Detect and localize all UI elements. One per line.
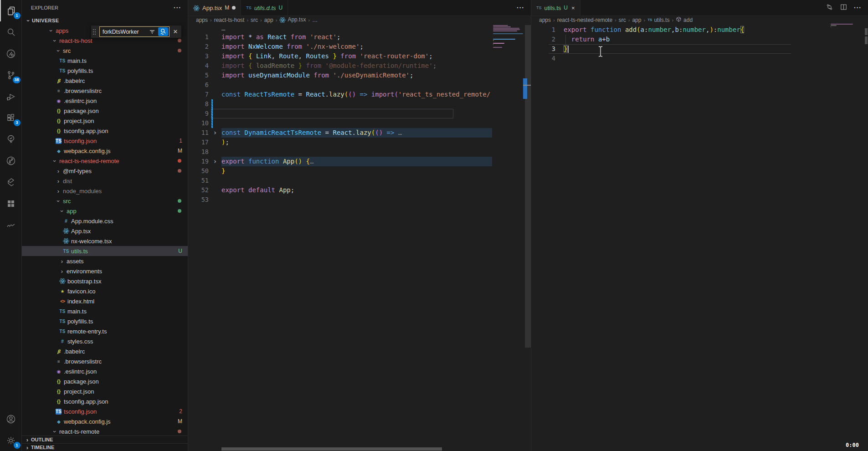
explorer-icon[interactable]: 1 bbox=[0, 0, 22, 21]
code-editor-app-tsx[interactable]: …1import * as React from 'react';2import… bbox=[188, 25, 492, 205]
breadcrumb-item-utils.ts[interactable]: TSutils.ts bbox=[647, 17, 669, 23]
tree-file-.babelrc[interactable]: β.babelrc bbox=[22, 346, 188, 356]
section-header-timeline[interactable]: ›TIMELINE bbox=[22, 443, 188, 451]
tree-file-polyfills.ts[interactable]: TSpolyfills.ts bbox=[22, 66, 188, 76]
tree-file-tsconfig.app.json[interactable]: {}tsconfig.app.json bbox=[22, 126, 188, 136]
accounts-icon[interactable] bbox=[0, 408, 22, 430]
close-icon[interactable]: ✕ bbox=[171, 28, 180, 35]
code-line-4[interactable]: 4 bbox=[531, 54, 830, 63]
code-line-17[interactable]: 17); bbox=[188, 138, 492, 147]
code-line-50[interactable]: 50} bbox=[188, 166, 492, 176]
tree-folder-@mf-types[interactable]: ›@mf-types bbox=[22, 166, 188, 176]
folding-collapsed-icon[interactable]: › bbox=[209, 128, 221, 138]
tree-file-polyfills.ts[interactable]: TSpolyfills.ts bbox=[22, 316, 188, 326]
open-changes-icon[interactable] bbox=[826, 3, 833, 12]
code-line-10[interactable]: 10 bbox=[188, 118, 492, 128]
code-line-52[interactable]: 52export default App; bbox=[188, 185, 492, 195]
minimap[interactable] bbox=[830, 24, 864, 447]
workspace-root-universe[interactable]: › UNIVERSE bbox=[22, 15, 188, 26]
tree-file-utils.ts[interactable]: TSutils.tsU bbox=[22, 246, 188, 256]
folding-collapsed-icon[interactable]: › bbox=[209, 157, 221, 166]
breadcrumb-item-app.tsx[interactable]: App.tsx bbox=[279, 16, 306, 23]
tree-file-.babelrc[interactable]: β.babelrc bbox=[22, 76, 188, 86]
tree-file-project.json[interactable]: {}project.json bbox=[22, 386, 188, 396]
split-editor-icon[interactable] bbox=[840, 3, 847, 12]
settings-icon[interactable]: 1 bbox=[0, 430, 22, 451]
code-line-x[interactable]: … bbox=[188, 25, 492, 32]
tree-file-main.ts[interactable]: TSmain.ts bbox=[22, 56, 188, 66]
fuzzy-search-toggle-button[interactable] bbox=[158, 27, 168, 36]
code-line-3[interactable]: 3import { Link, Route, Routes } from 're… bbox=[188, 51, 492, 61]
tree-file-app.tsx[interactable]: App.tsx bbox=[22, 226, 188, 236]
code-line-18[interactable]: 18 bbox=[188, 147, 492, 157]
breadcrumb-item-src[interactable]: src bbox=[251, 17, 258, 23]
tab-utils.ts[interactable]: TSutils.tsU× bbox=[531, 0, 580, 15]
tree-folder-react-ts-nested-remote[interactable]: ›react-ts-nested-remote bbox=[22, 156, 188, 166]
tree-file-main.ts[interactable]: TSmain.ts bbox=[22, 306, 188, 316]
tree-file-tsconfig.app.json[interactable]: {}tsconfig.app.json bbox=[22, 396, 188, 406]
close-icon[interactable]: × bbox=[571, 5, 575, 11]
tree-file-package.json[interactable]: {}package.json bbox=[22, 106, 188, 116]
breadcrumb-item-apps[interactable]: apps bbox=[539, 17, 551, 23]
run-debug-icon[interactable] bbox=[0, 86, 22, 107]
breadcrumb-item-apps[interactable]: apps bbox=[196, 17, 208, 23]
breadcrumb-item--[interactable]: … bbox=[312, 17, 318, 23]
code-editor-utils-ts[interactable]: 1export function add(a:number,b:number,)… bbox=[531, 25, 830, 63]
tree-file-tsconfig.json[interactable]: TStsconfig.json2 bbox=[22, 406, 188, 416]
source-control-icon[interactable]: 38 bbox=[0, 64, 22, 86]
scrollbar-thumb[interactable] bbox=[525, 25, 531, 348]
horizontal-scrollbar[interactable] bbox=[221, 447, 442, 451]
breadcrumb-item-react-ts-nested-remote[interactable]: react-ts-nested-remote bbox=[557, 17, 612, 23]
nx-console-icon[interactable] bbox=[0, 43, 22, 64]
code-line-1[interactable]: 1export function add(a:number,b:number,)… bbox=[531, 25, 830, 35]
search-icon[interactable] bbox=[0, 21, 22, 43]
tree-file-tsconfig.json[interactable]: TStsconfig.json1 bbox=[22, 136, 188, 146]
code-line-53[interactable]: 53 bbox=[188, 195, 492, 205]
tree-file-bootstrap.tsx[interactable]: bootstrap.tsx bbox=[22, 276, 188, 286]
todo-tree-icon[interactable] bbox=[0, 128, 22, 150]
code-line-4[interactable]: 4import { loadRemote } from '@module-fed… bbox=[188, 61, 492, 71]
vertical-scrollbar[interactable] bbox=[525, 24, 531, 451]
editor-more-actions-icon[interactable]: ··· bbox=[517, 4, 524, 11]
grid-icon[interactable] bbox=[0, 193, 22, 214]
tree-file-webpack.config.js[interactable]: ◆webpack.config.jsM bbox=[22, 416, 188, 426]
tree-folder-react-ts-remote[interactable]: ›react-ts-remote bbox=[22, 426, 188, 436]
gitlens-icon[interactable] bbox=[0, 150, 22, 171]
tab-app.tsx[interactable]: App.tsxM bbox=[188, 0, 241, 15]
code-line-19[interactable]: 19›export function App() {… bbox=[188, 157, 492, 166]
code-line-9[interactable]: 9 bbox=[188, 109, 492, 118]
code-line-1[interactable]: 1import * as React from 'react'; bbox=[188, 32, 492, 42]
tree-folder-assets[interactable]: ›assets bbox=[22, 256, 188, 266]
breadcrumb-item-src[interactable]: src bbox=[619, 17, 626, 23]
code-line-51[interactable]: 51 bbox=[188, 176, 492, 185]
filter-icon[interactable] bbox=[148, 28, 156, 36]
tree-file-app.module.css[interactable]: #App.module.css bbox=[22, 216, 188, 226]
waves-icon[interactable] bbox=[0, 214, 22, 236]
tree-folder-app[interactable]: ›app bbox=[22, 206, 188, 216]
tree-file-styles.css[interactable]: #styles.css bbox=[22, 336, 188, 346]
tree-file-remote-entry.ts[interactable]: TSremote-entry.ts bbox=[22, 326, 188, 336]
tree-file-package.json[interactable]: {}package.json bbox=[22, 376, 188, 386]
tree-file-.eslintrc.json[interactable]: ◉.eslintrc.json bbox=[22, 96, 188, 106]
breadcrumb-item-app[interactable]: app bbox=[632, 17, 641, 23]
drag-grip-icon[interactable] bbox=[92, 28, 98, 36]
tree-folder-dist[interactable]: ›dist bbox=[22, 176, 188, 186]
tree-folder-environments[interactable]: ›environments bbox=[22, 266, 188, 276]
layers-icon[interactable] bbox=[0, 171, 22, 193]
code-line-2[interactable]: 2import NxWelcome from './nx-welcome'; bbox=[188, 42, 492, 51]
tree-folder-src[interactable]: ›src bbox=[22, 46, 188, 56]
editor-more-actions-icon[interactable]: ··· bbox=[854, 4, 862, 11]
code-line-7[interactable]: 7const ReactTsRemote = React.lazy(() => … bbox=[188, 90, 492, 99]
tree-file-favicon.ico[interactable]: ★favicon.ico bbox=[22, 286, 188, 296]
tab-utils.d.ts[interactable]: TSutils.d.tsU bbox=[241, 0, 288, 15]
code-line-5[interactable]: 5import useDynamicModule from './useDyna… bbox=[188, 71, 492, 80]
breadcrumb-item-add[interactable]: add bbox=[676, 16, 693, 24]
minimap[interactable] bbox=[492, 25, 525, 449]
code-line-3[interactable]: 3} bbox=[531, 44, 830, 54]
code-line-8[interactable]: 8 bbox=[188, 99, 492, 109]
extensions-icon[interactable]: 3 bbox=[0, 107, 22, 128]
tree-file-.eslintrc.json[interactable]: ◉.eslintrc.json bbox=[22, 366, 188, 376]
tree-file-webpack.config.js[interactable]: ◆webpack.config.jsM bbox=[22, 146, 188, 156]
tree-file-project.json[interactable]: {}project.json bbox=[22, 116, 188, 126]
breadcrumb-item-react-ts-host[interactable]: react-ts-host bbox=[214, 17, 245, 23]
